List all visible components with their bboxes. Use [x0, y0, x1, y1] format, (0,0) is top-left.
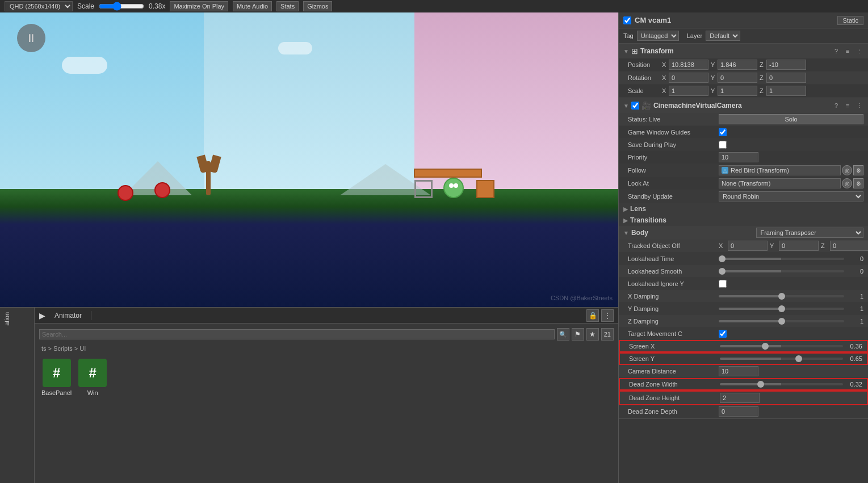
- z-damping-slider[interactable]: [719, 320, 844, 322]
- screen-x-label: Screen X: [629, 343, 720, 350]
- maximize-btn[interactable]: Maximize On Play: [170, 1, 228, 11]
- screen-y-slider-container: 0.65: [720, 355, 862, 362]
- scale-y-input[interactable]: [718, 86, 757, 96]
- pig-eye-left: [449, 183, 454, 188]
- cinemachine-active-checkbox[interactable]: [631, 102, 639, 110]
- lookahead-smooth-slider-container: 0: [719, 268, 863, 275]
- body-foldout[interactable]: ▼ Body Framing Transposer: [619, 226, 868, 240]
- cinemachine-header[interactable]: ▼ 🎥 CinemachineVirtualCamera ? ≡ ⋮: [619, 98, 868, 113]
- asset-item-win[interactable]: # Win: [78, 359, 107, 396]
- dots-icon[interactable]: ⋮: [601, 309, 614, 322]
- search-input[interactable]: [39, 329, 555, 339]
- lock-icon[interactable]: 🔒: [586, 309, 599, 322]
- pos-y-input[interactable]: [718, 60, 757, 70]
- transform-header[interactable]: ▼ ⊞ Transform ? ≡ ⋮: [619, 44, 868, 58]
- scale-x-input[interactable]: [669, 86, 708, 96]
- follow-target-btn[interactable]: ◎: [842, 165, 852, 175]
- status-value: Solo: [719, 114, 863, 124]
- pos-x-input[interactable]: [669, 60, 708, 70]
- resolution-select[interactable]: QHD (2560x1440): [5, 1, 73, 11]
- dead-zone-width-slider[interactable]: [720, 383, 843, 385]
- cm-menu-icon[interactable]: ≡: [843, 101, 852, 110]
- layer-select[interactable]: Default: [706, 31, 740, 41]
- look-at-gear-btn[interactable]: ⚙: [853, 178, 863, 188]
- transform-section: ▼ ⊞ Transform ? ≡ ⋮ Position X: [619, 44, 868, 98]
- look-at-target-btn[interactable]: ◎: [842, 178, 852, 188]
- lookahead-time-slider[interactable]: [719, 258, 844, 260]
- transitions-label: Transitions: [630, 216, 666, 224]
- static-button[interactable]: Static: [837, 16, 863, 25]
- x-damping-slider[interactable]: [719, 295, 844, 297]
- scale-z-input[interactable]: [766, 86, 806, 96]
- x-damping-value: 1: [719, 293, 863, 300]
- transitions-foldout[interactable]: ▶ Transitions: [619, 215, 868, 226]
- more-icon[interactable]: ⋮: [854, 47, 863, 56]
- solo-button[interactable]: Solo: [719, 114, 863, 124]
- animation-tab-label[interactable]: ation: [2, 310, 32, 328]
- stats-btn[interactable]: Stats: [276, 1, 299, 11]
- gizmos-btn[interactable]: Gizmos: [303, 1, 332, 11]
- screen-x-slider-container: 0.36: [720, 343, 862, 350]
- screen-y-val: 0.65: [845, 355, 862, 362]
- follow-row: Follow △ Red Bird (Transform) ◎ ⚙: [619, 164, 868, 177]
- body-type-select[interactable]: Framing Transposer: [756, 228, 863, 238]
- lookahead-smooth-slider[interactable]: [719, 270, 844, 272]
- animator-tab-label[interactable]: Animator: [50, 312, 86, 320]
- cm-more-icon[interactable]: ⋮: [854, 101, 863, 110]
- tracked-x-input[interactable]: [728, 241, 768, 251]
- slingshot: [198, 150, 220, 195]
- scale-slider[interactable]: [99, 2, 144, 11]
- cloud-1: [62, 57, 107, 74]
- screen-y-slider[interactable]: [720, 358, 843, 360]
- transform-icon: ⊞: [631, 47, 638, 56]
- scale-value: 0.38x: [149, 2, 165, 10]
- scale-label: Scale: [77, 2, 94, 10]
- block-left: [414, 180, 433, 198]
- pos-z-input[interactable]: [766, 60, 806, 70]
- camera-distance-value: [719, 366, 863, 376]
- tracked-offset-inputs: X Y Z: [719, 241, 868, 251]
- pause-button[interactable]: ⏸: [17, 24, 45, 52]
- dead-zone-height-input[interactable]: [720, 393, 760, 403]
- dead-zone-depth-row: Dead Zone Depth: [619, 405, 868, 418]
- x-damping-val: 1: [846, 293, 863, 300]
- y-damping-value: 1: [719, 305, 863, 312]
- asset-item-basepanel[interactable]: # BasePanel: [41, 359, 72, 396]
- look-at-obj-text: None (Transform): [722, 180, 770, 187]
- tag-select[interactable]: Untagged: [637, 31, 679, 41]
- tracked-y-input[interactable]: [779, 241, 819, 251]
- lookahead-ignore-checkbox[interactable]: [719, 280, 727, 288]
- y-damping-slider[interactable]: [719, 308, 844, 310]
- cm-help-icon[interactable]: ?: [832, 101, 841, 110]
- target-movement-checkbox[interactable]: [719, 330, 727, 338]
- lens-label: Lens: [630, 205, 646, 213]
- camera-distance-input[interactable]: [719, 366, 758, 376]
- count-badge: 21: [601, 328, 614, 341]
- standby-update-row: Standby Update Round Robin Always Never: [619, 190, 868, 203]
- tracked-z-input[interactable]: [830, 241, 868, 251]
- screen-x-slider[interactable]: [720, 345, 843, 347]
- help-icon[interactable]: ?: [832, 47, 841, 56]
- rot-y-input[interactable]: [718, 73, 757, 83]
- lens-foldout[interactable]: ▶ Lens: [619, 203, 868, 215]
- screen-y-row: Screen Y 0.65: [619, 352, 868, 365]
- star-icon[interactable]: ★: [586, 328, 599, 341]
- filter-icon[interactable]: ⚑: [572, 328, 584, 341]
- tracked-offset-label: Tracked Object Off: [628, 242, 719, 249]
- follow-gear-btn[interactable]: ⚙: [853, 165, 863, 175]
- cinemachine-title: CinemachineVirtualCamera: [653, 102, 829, 110]
- rot-x-input[interactable]: [669, 73, 708, 83]
- dead-zone-depth-input[interactable]: [719, 406, 758, 417]
- mute-btn[interactable]: Mute Audio: [233, 1, 272, 11]
- menu-icon[interactable]: ≡: [843, 47, 852, 56]
- animator-icon: ▶: [39, 311, 45, 320]
- asset-icon-win: #: [78, 359, 107, 387]
- standby-update-select[interactable]: Round Robin Always Never: [719, 191, 863, 201]
- rot-z-input[interactable]: [766, 73, 806, 83]
- game-window-guides-checkbox[interactable]: [719, 128, 727, 136]
- active-checkbox[interactable]: [623, 16, 631, 24]
- search-icon[interactable]: 🔍: [557, 328, 569, 341]
- priority-input[interactable]: [719, 152, 758, 162]
- rot-y-label: Y: [711, 74, 716, 81]
- save-during-play-checkbox[interactable]: [719, 141, 727, 149]
